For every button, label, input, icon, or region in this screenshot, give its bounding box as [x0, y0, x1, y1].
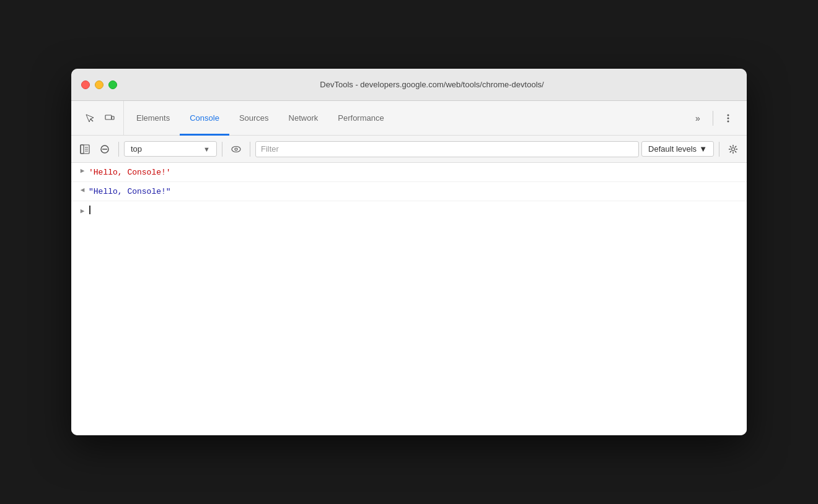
tabbar: Elements Console Sources Network Perform… — [71, 101, 747, 136]
close-button[interactable] — [81, 80, 90, 89]
console-output: ▶ 'Hello, Console!' ◀ "Hello, Console!" … — [71, 163, 747, 435]
chevron-down-icon: ▼ — [203, 146, 210, 153]
console-input-line[interactable]: ▶ — [71, 201, 747, 219]
tab-performance[interactable]: Performance — [328, 102, 394, 136]
context-label: top — [131, 144, 142, 154]
log-levels-dropdown[interactable]: Default levels ▼ — [641, 141, 714, 157]
console-prompt-icon: ▶ — [76, 207, 89, 215]
levels-label: Default levels — [648, 144, 697, 154]
minimize-button[interactable] — [95, 80, 103, 89]
tabbar-right: » — [684, 101, 742, 135]
more-tabs-icon[interactable]: » — [689, 110, 706, 127]
console-log-text-1: 'Hello, Console!' — [89, 165, 742, 179]
console-toolbar: top ▼ Default levels ▼ — [71, 136, 747, 163]
tab-console[interactable]: Console — [180, 102, 229, 136]
settings-icon[interactable] — [724, 141, 742, 158]
show-console-sidebar-icon[interactable] — [76, 141, 94, 158]
console-output-text-1: "Hello, Console!" — [89, 185, 742, 198]
show-live-expressions-icon[interactable] — [227, 141, 245, 158]
svg-point-13 — [235, 148, 237, 150]
device-toolbar-icon[interactable] — [101, 110, 118, 127]
clear-console-icon[interactable] — [96, 141, 113, 158]
tabbar-spacer — [394, 101, 684, 135]
toolbar-separator-3 — [250, 142, 250, 157]
select-element-icon[interactable] — [81, 110, 99, 127]
svg-point-2 — [728, 114, 729, 116]
console-output-line-1: ◀ "Hello, Console!" — [71, 182, 747, 201]
svg-point-14 — [732, 147, 735, 150]
more-options-icon[interactable] — [719, 110, 737, 127]
titlebar: DevTools - developers.google.com/web/too… — [71, 69, 747, 101]
chevron-down-icon: ▼ — [699, 144, 707, 154]
tab-sources[interactable]: Sources — [229, 102, 279, 136]
separator — [713, 111, 713, 126]
svg-point-12 — [232, 146, 240, 152]
devtools-window: DevTools - developers.google.com/web/too… — [71, 69, 747, 435]
maximize-button[interactable] — [108, 80, 117, 89]
tab-network[interactable]: Network — [279, 102, 328, 136]
tabbar-icons — [76, 101, 124, 135]
filter-input[interactable] — [255, 141, 639, 157]
expand-arrow-icon[interactable]: ▶ — [76, 167, 89, 175]
traffic-lights — [81, 80, 117, 89]
javascript-context-dropdown[interactable]: top ▼ — [124, 141, 217, 157]
toolbar-separator-2 — [222, 142, 222, 157]
console-log-line-1: ▶ 'Hello, Console!' — [71, 163, 747, 182]
toolbar-separator-1 — [118, 142, 119, 157]
tab-elements[interactable]: Elements — [126, 102, 180, 136]
svg-rect-1 — [112, 116, 114, 119]
svg-rect-6 — [81, 145, 84, 154]
console-cursor — [89, 206, 90, 214]
svg-point-4 — [728, 120, 729, 122]
window-title: DevTools - developers.google.com/web/too… — [127, 80, 737, 89]
svg-point-3 — [728, 117, 729, 119]
svg-rect-0 — [105, 115, 112, 119]
output-arrow-icon: ◀ — [76, 186, 89, 194]
toolbar-separator-4 — [719, 142, 719, 157]
